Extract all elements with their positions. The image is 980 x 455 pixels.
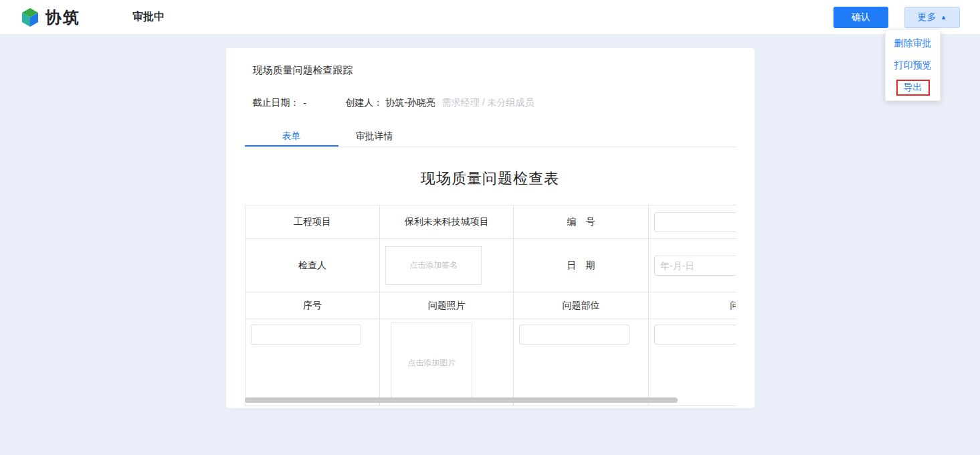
logo-hexagon-icon: [20, 7, 40, 27]
more-button[interactable]: 更多 ▲: [904, 7, 960, 28]
table-row: 检查人 点击添加签名 日 期: [246, 239, 736, 292]
deadline-value: -: [304, 98, 307, 108]
location-input[interactable]: [519, 325, 629, 345]
add-signature-box[interactable]: 点击添加签名: [385, 246, 482, 285]
column-header-photo: 问题照片: [380, 292, 514, 319]
description-input[interactable]: [654, 325, 736, 345]
form-scroll-area: 现场质量问题检查表 工程项目 保利未来科技城项目 编 号 检查人 点击添加签名: [245, 147, 736, 406]
form-title: 现场质量问题检查表: [245, 169, 736, 189]
more-button-label: 更多: [918, 11, 937, 23]
tab-form[interactable]: 表单: [245, 126, 338, 147]
column-header-description: 问题描述: [649, 292, 736, 319]
menu-item-export[interactable]: 导出: [886, 76, 940, 98]
deadline-label: 截止日期：: [253, 97, 300, 109]
export-highlight-box: 导出: [896, 80, 930, 96]
meta-row: 截止日期： - 创建人： 协筑-孙晓亮 需求经理 / 未分组成员: [245, 97, 736, 109]
date-input[interactable]: [654, 256, 736, 276]
main-area: 现场质量问题检查跟踪 截止日期： - 创建人： 协筑-孙晓亮 需求经理 / 未分…: [0, 35, 980, 455]
page-title: 审批中: [132, 10, 165, 24]
column-header-location: 问题部位: [514, 292, 649, 319]
confirm-button[interactable]: 确认: [834, 7, 888, 28]
table-row: 工程项目 保利未来科技城项目 编 号: [246, 205, 736, 239]
card-title: 现场质量问题检查跟踪: [245, 64, 736, 77]
number-input[interactable]: [654, 212, 736, 232]
date-cell: [649, 239, 736, 292]
seq-cell: [246, 319, 381, 406]
description-cell: [649, 319, 736, 406]
logo-text: 协筑: [45, 7, 80, 28]
creator-tags: 需求经理 / 未分组成员: [442, 97, 534, 109]
menu-item-print-preview[interactable]: 打印预览: [886, 54, 940, 76]
tab-approval-detail[interactable]: 审批详情: [338, 126, 411, 147]
horizontal-scrollbar-track: [245, 397, 728, 403]
more-dropdown-menu: 删除审批 打印预览 导出: [885, 29, 941, 101]
photo-cell: 点击添加图片: [380, 319, 514, 406]
column-header-seq: 序号: [246, 292, 381, 319]
inspector-label-cell: 检查人: [246, 239, 381, 292]
creator-label: 创建人：: [345, 97, 383, 109]
table-entry-row: 点击添加图片: [246, 319, 736, 406]
approval-card: 现场质量问题检查跟踪 截止日期： - 创建人： 协筑-孙晓亮 需求经理 / 未分…: [226, 48, 755, 408]
project-label-cell: 工程项目: [246, 205, 381, 239]
tab-bar: 表单 审批详情: [245, 126, 736, 147]
signature-cell: 点击添加签名: [380, 239, 514, 292]
menu-item-delete-approval[interactable]: 删除审批: [886, 32, 940, 54]
chevron-up-icon: ▲: [941, 14, 947, 21]
seq-input[interactable]: [251, 325, 361, 345]
add-photo-box[interactable]: 点击添加图片: [391, 323, 472, 403]
number-cell: [649, 205, 736, 239]
horizontal-scrollbar-thumb[interactable]: [245, 397, 678, 403]
creator-group: 创建人： 协筑-孙晓亮 需求经理 / 未分组成员: [345, 97, 534, 109]
project-value-cell: 保利未来科技城项目: [380, 205, 514, 239]
inspection-form-table: 工程项目 保利未来科技城项目 编 号 检查人 点击添加签名 日 期: [245, 205, 736, 406]
deadline-group: 截止日期： -: [253, 97, 307, 109]
number-label-cell: 编 号: [514, 205, 649, 239]
topbar-actions: 确认 更多 ▲: [834, 7, 960, 28]
creator-name: 协筑-孙晓亮: [385, 97, 435, 109]
date-label-cell: 日 期: [514, 239, 649, 292]
table-header-row: 序号 问题照片 问题部位 问题描述: [246, 292, 736, 319]
location-cell: [514, 319, 649, 406]
top-bar: 协筑 审批中 确认 更多 ▲: [0, 0, 980, 35]
app-logo[interactable]: 协筑: [20, 7, 80, 28]
